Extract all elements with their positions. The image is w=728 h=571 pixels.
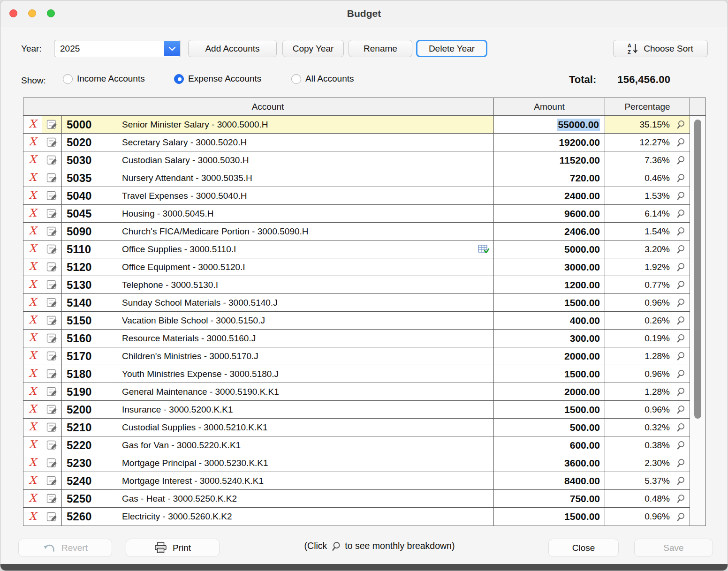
delete-row-cell[interactable]: X — [23, 240, 42, 258]
close-window-button[interactable] — [9, 9, 17, 17]
edit-account-icon[interactable] — [46, 368, 57, 379]
delete-row-icon[interactable]: X — [29, 279, 36, 290]
add-accounts-button[interactable]: Add Accounts — [188, 40, 277, 57]
delete-row-icon[interactable]: X — [29, 475, 36, 486]
edit-account-icon[interactable] — [46, 262, 57, 272]
edit-account-cell[interactable] — [42, 151, 62, 169]
edit-account-icon[interactable] — [46, 386, 57, 397]
delete-row-icon[interactable]: X — [29, 386, 36, 397]
delete-row-icon[interactable]: X — [29, 439, 36, 450]
magnifier-icon[interactable] — [676, 494, 686, 503]
amount-cell[interactable]: 55000.00 — [494, 116, 605, 133]
magnifier-icon[interactable] — [676, 209, 686, 218]
edit-account-icon[interactable] — [46, 173, 57, 183]
account-name-cell[interactable]: Mortgage Interest - 3000.5240.K.K1 — [117, 472, 494, 489]
edit-account-icon[interactable] — [46, 404, 57, 415]
delete-row-cell[interactable]: X — [23, 294, 42, 311]
edit-account-icon[interactable] — [46, 333, 57, 344]
edit-account-cell[interactable] — [42, 187, 62, 204]
magnifier-icon[interactable] — [676, 155, 686, 165]
edit-account-cell[interactable] — [42, 365, 62, 383]
edit-account-icon[interactable] — [46, 155, 57, 165]
edit-account-cell[interactable] — [42, 436, 62, 454]
magnifier-icon[interactable] — [676, 387, 686, 397]
magnifier-icon[interactable] — [676, 369, 686, 379]
table-row[interactable]: X 5220 Gas for Van - 3000.5220.K.K1 600.… — [23, 436, 690, 454]
magnifier-icon[interactable] — [676, 316, 686, 325]
delete-row-cell[interactable]: X — [23, 187, 42, 204]
magnifier-icon[interactable] — [676, 280, 686, 290]
edit-account-icon[interactable] — [46, 422, 57, 433]
delete-row-icon[interactable]: X — [29, 332, 36, 343]
amount-cell[interactable]: 400.00 — [494, 312, 605, 329]
edit-account-icon[interactable] — [46, 279, 57, 290]
delete-row-cell[interactable]: X — [23, 312, 42, 329]
delete-row-icon[interactable]: X — [29, 172, 36, 183]
account-name-cell[interactable]: Vacation Bible School - 3000.5150.J — [117, 312, 494, 329]
edit-account-cell[interactable] — [42, 116, 62, 133]
amount-cell[interactable]: 1500.00 — [494, 365, 605, 383]
table-row[interactable]: X 5110 Office Supplies - 3000.5110.I — [23, 240, 690, 258]
edit-account-icon[interactable] — [46, 475, 57, 486]
magnifier-icon[interactable] — [676, 173, 686, 183]
delete-row-icon[interactable]: X — [29, 457, 36, 468]
edit-account-icon[interactable] — [46, 244, 57, 255]
edit-account-cell[interactable] — [42, 472, 62, 489]
edit-account-icon[interactable] — [46, 119, 57, 130]
account-name-cell[interactable]: Office Supplies - 3000.5110.I — [117, 240, 494, 258]
magnifier-icon[interactable] — [676, 405, 686, 414]
delete-row-cell[interactable]: X — [23, 134, 42, 151]
amount-cell[interactable]: 3600.00 — [494, 454, 605, 472]
delete-row-cell[interactable]: X — [23, 276, 42, 293]
account-name-cell[interactable]: Telephone - 3000.5130.I — [117, 276, 494, 293]
magnifier-icon[interactable] — [676, 191, 686, 201]
edit-account-cell[interactable] — [42, 294, 62, 311]
magnifier-icon[interactable] — [676, 244, 686, 254]
table-row[interactable]: X 5040 Travel Expenses - 3000.5040.H 240… — [23, 187, 690, 205]
account-name-cell[interactable]: Travel Expenses - 3000.5040.H — [117, 187, 494, 204]
radio-income-accounts[interactable]: Income Accounts — [63, 74, 145, 84]
magnifier-icon[interactable] — [676, 333, 686, 343]
delete-row-cell[interactable]: X — [23, 365, 42, 383]
account-name-cell[interactable]: Gas for Van - 3000.5220.K.K1 — [117, 436, 494, 454]
delete-row-icon[interactable]: X — [29, 136, 36, 147]
magnifier-icon[interactable] — [676, 120, 686, 129]
magnifier-icon[interactable] — [676, 351, 686, 361]
edit-account-icon[interactable] — [46, 297, 57, 308]
radio-icon[interactable] — [291, 74, 301, 84]
edit-account-cell[interactable] — [42, 312, 62, 329]
amount-cell[interactable]: 11520.00 — [494, 151, 605, 169]
account-name-cell[interactable]: Nursery Attendant - 3000.5035.H — [117, 169, 494, 187]
amount-cell[interactable]: 8400.00 — [494, 472, 605, 489]
edit-account-icon[interactable] — [46, 351, 57, 361]
table-row[interactable]: X 5180 Youth Ministries Expense - 3000.5… — [23, 365, 690, 383]
radio-icon[interactable] — [174, 74, 184, 84]
delete-row-cell[interactable]: X — [23, 330, 42, 347]
table-row[interactable]: X 5000 Senior Minister Salary - 3000.500… — [23, 116, 690, 134]
close-button[interactable]: Close — [548, 539, 619, 557]
edit-account-icon[interactable] — [46, 315, 57, 326]
delete-row-cell[interactable]: X — [23, 258, 42, 276]
account-name-cell[interactable]: Secretary Salary - 3000.5020.H — [117, 134, 494, 151]
spreadsheet-schedule-icon[interactable] — [478, 244, 490, 255]
delete-row-icon[interactable]: X — [29, 154, 36, 165]
delete-row-icon[interactable]: X — [29, 225, 36, 236]
magnifier-icon[interactable] — [676, 262, 686, 272]
table-row[interactable]: X 5130 Telephone - 3000.5130.I 1200.00 0… — [23, 276, 690, 294]
scrollbar-thumb[interactable] — [694, 120, 701, 419]
delete-row-icon[interactable]: X — [29, 119, 36, 129]
amount-cell[interactable]: 1500.00 — [494, 508, 605, 526]
delete-row-cell[interactable]: X — [23, 347, 42, 365]
edit-account-cell[interactable] — [42, 169, 62, 187]
delete-row-cell[interactable]: X — [23, 169, 42, 187]
amount-cell[interactable]: 720.00 — [494, 169, 605, 187]
edit-account-icon[interactable] — [46, 190, 57, 201]
table-row[interactable]: X 5230 Mortgage Principal - 3000.5230.K.… — [23, 454, 690, 472]
table-row[interactable]: X 5120 Office Equipment - 3000.5120.I 30… — [23, 258, 690, 276]
delete-row-icon[interactable]: X — [29, 297, 36, 308]
edit-account-cell[interactable] — [42, 347, 62, 365]
edit-account-cell[interactable] — [42, 419, 62, 436]
delete-row-icon[interactable]: X — [29, 511, 36, 522]
edit-account-cell[interactable] — [42, 401, 62, 418]
delete-row-cell[interactable]: X — [23, 151, 42, 169]
